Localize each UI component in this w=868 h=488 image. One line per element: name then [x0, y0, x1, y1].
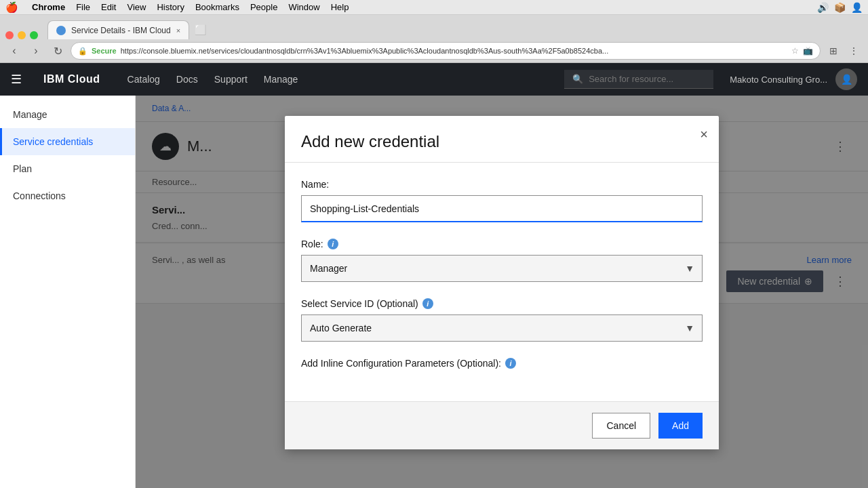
ibm-brand: IBM Cloud: [43, 73, 100, 85]
nav-support[interactable]: Support: [214, 74, 248, 85]
window-close-btn[interactable]: [5, 31, 14, 39]
service-id-info-icon[interactable]: i: [422, 298, 433, 309]
help-menu-item[interactable]: Help: [331, 2, 349, 12]
search-icon: 🔍: [572, 74, 583, 84]
tab-close-btn[interactable]: ×: [176, 26, 180, 35]
toolbar-icons: ⊞ ⋮: [825, 42, 863, 60]
apple-icon: 🍎: [5, 1, 18, 14]
browser-tab-active[interactable]: Service Details - IBM Cloud ×: [47, 20, 189, 39]
nav-manage[interactable]: Manage: [264, 74, 298, 85]
history-menu-item[interactable]: History: [157, 2, 184, 12]
modal-title: Add new credential: [301, 132, 703, 151]
hamburger-menu-btn[interactable]: ☰: [11, 72, 22, 87]
bookmarks-menu-item[interactable]: Bookmarks: [195, 2, 239, 12]
service-id-field-group: Select Service ID (Optional) i Auto Gene…: [301, 298, 703, 342]
add-btn[interactable]: Add: [658, 413, 703, 439]
ibm-nav: ☰ IBM Cloud Catalog Docs Support Manage …: [0, 63, 868, 96]
name-label: Name:: [301, 179, 703, 190]
menubar-system-icon: 🔊: [817, 2, 829, 13]
forward-btn[interactable]: ›: [27, 42, 45, 60]
sidebar-item-service-credentials[interactable]: Service credentials: [0, 128, 135, 155]
role-select-wrapper: Manager ▼: [301, 255, 703, 282]
sidebar-item-manage[interactable]: Manage: [0, 101, 135, 128]
nav-docs[interactable]: Docs: [176, 74, 198, 85]
window-maximize-btn[interactable]: [30, 31, 38, 39]
lock-icon: 🔒: [78, 47, 87, 56]
modal-close-btn[interactable]: ×: [700, 127, 708, 142]
chrome-menu-item[interactable]: Chrome: [32, 2, 65, 12]
nav-catalog[interactable]: Catalog: [127, 74, 160, 85]
extensions-btn[interactable]: ⊞: [825, 42, 842, 60]
new-tab-btn[interactable]: ⬜: [191, 20, 210, 39]
mac-menubar: 🍎 Chrome File Edit View History Bookmark…: [0, 0, 868, 15]
main-content: Manage Service credentials Plan Connecti…: [0, 96, 868, 488]
global-search-box[interactable]: 🔍: [564, 70, 713, 89]
edit-menu-item[interactable]: Edit: [101, 2, 116, 12]
content-area: Data & A... ☁ M... ⋮ Resource... Servi..…: [136, 96, 868, 488]
inline-config-label: Add Inline Configuration Parameters (Opt…: [301, 358, 703, 369]
url-text: https://console.bluemix.net/services/clo…: [121, 47, 787, 55]
modal-header: Add new credential ×: [285, 116, 719, 163]
service-id-label: Select Service ID (Optional) i: [301, 298, 703, 309]
window-menu-item[interactable]: Window: [288, 2, 319, 12]
global-search-input[interactable]: [589, 74, 705, 84]
role-select[interactable]: Manager: [301, 255, 703, 282]
inline-config-field-group: Add Inline Configuration Parameters (Opt…: [301, 358, 703, 369]
role-field-group: Role: i Manager ▼: [301, 239, 703, 282]
sidebar-item-connections[interactable]: Connections: [0, 182, 135, 209]
role-label: Role: i: [301, 239, 703, 249]
modal-overlay: Add new credential × Name: R: [136, 96, 868, 488]
back-btn[interactable]: ‹: [5, 42, 23, 60]
tab-title: Service Details - IBM Cloud: [71, 26, 171, 35]
user-area[interactable]: Makoto Consulting Gro... 👤: [730, 68, 857, 90]
people-menu-item[interactable]: People: [250, 2, 277, 12]
browser-chrome: Service Details - IBM Cloud × ⬜ ‹ › ↻ 🔒 …: [0, 15, 868, 63]
app-container: ☰ IBM Cloud Catalog Docs Support Manage …: [0, 63, 868, 488]
address-bar: 🔒 Secure https://console.bluemix.net/ser…: [71, 42, 821, 60]
cancel-btn[interactable]: Cancel: [592, 413, 650, 439]
menubar-dropbox-icon: 📦: [834, 2, 846, 13]
nav-links: Catalog Docs Support Manage: [127, 74, 298, 85]
bookmark-star-icon[interactable]: ☆: [791, 46, 799, 56]
cast-icon[interactable]: 📺: [803, 46, 813, 56]
sidebar: Manage Service credentials Plan Connecti…: [0, 96, 136, 488]
user-name: Makoto Consulting Gro...: [730, 75, 827, 85]
name-input[interactable]: [301, 195, 703, 222]
tab-bar: Service Details - IBM Cloud × ⬜: [0, 15, 868, 39]
modal-footer: Cancel Add: [285, 401, 719, 449]
tab-favicon: [56, 26, 66, 35]
modal-body: Name: Role: i Manager: [285, 163, 719, 401]
role-info-icon[interactable]: i: [328, 239, 338, 249]
more-btn[interactable]: ⋮: [845, 42, 863, 60]
reload-btn[interactable]: ↻: [49, 42, 66, 60]
sidebar-item-plan[interactable]: Plan: [0, 155, 135, 182]
inline-config-info-icon[interactable]: i: [505, 358, 516, 369]
file-menu-item[interactable]: File: [76, 2, 90, 12]
add-credential-modal: Add new credential × Name: R: [285, 116, 719, 449]
service-id-select-wrapper: Auto Generate ▼: [301, 314, 703, 342]
secure-label: Secure: [92, 47, 117, 55]
service-id-select[interactable]: Auto Generate: [301, 314, 703, 342]
name-field-group: Name:: [301, 179, 703, 222]
user-avatar: 👤: [835, 68, 857, 90]
menubar-user-icon: 👤: [851, 2, 863, 13]
browser-toolbar: ‹ › ↻ 🔒 Secure https://console.bluemix.n…: [0, 39, 868, 62]
window-minimize-btn[interactable]: [18, 31, 26, 39]
view-menu-item[interactable]: View: [127, 2, 146, 12]
